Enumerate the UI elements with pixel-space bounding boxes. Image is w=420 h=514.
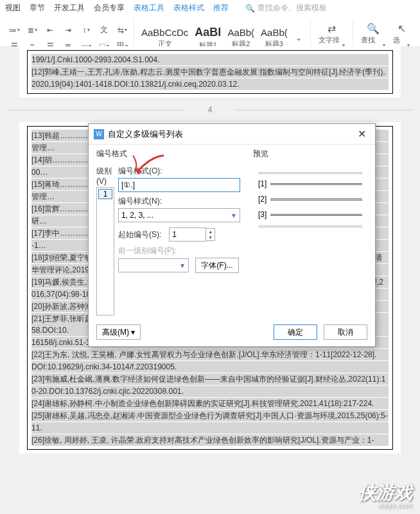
tab-btn[interactable]: ⇆▾	[114, 23, 130, 37]
tab-recommend[interactable]: 推荐	[213, 3, 229, 13]
section-preview-label: 预览	[253, 148, 367, 159]
ref-line[interactable]: 2020,19(04):1401-1418.DOI:10.13821/j.cnk…	[31, 78, 389, 90]
start-number-input[interactable]	[169, 227, 206, 242]
linespace-btn[interactable]: ↕▾	[78, 23, 94, 37]
tab-vip[interactable]: 会员专享	[94, 3, 125, 13]
preview-pane: [1] [2] [3]	[253, 162, 367, 258]
tab-dev[interactable]: 开发工具	[54, 3, 85, 13]
page-top: 199/1/].Cnki.1000-2993.2004.S1.004. [12]…	[19, 46, 401, 98]
start-label: 起始编号(S):	[118, 229, 161, 240]
indent-inc-btn[interactable]: ⇥	[60, 23, 76, 37]
ok-button[interactable]: 确定	[274, 324, 317, 340]
ref-line[interactable]: 11.	[31, 422, 389, 434]
cjk-btn[interactable]: 文	[96, 23, 112, 37]
tab-view[interactable]: 视图	[5, 3, 21, 13]
cursor-icon: ↖	[393, 21, 410, 35]
page-number: 4	[0, 102, 420, 118]
level-list[interactable]: 1	[96, 187, 114, 315]
ref-line[interactable]: 0-20.DOI:10.13762/j.cnki.cjlc.20220308.0…	[31, 386, 389, 397]
app-icon: W	[94, 129, 104, 139]
layout-icon: ⇄	[323, 21, 340, 35]
prev-level-combo: ▼	[118, 258, 189, 272]
menu-tabs: 视图 章节 开发工具 会员专享 表格工具 表格样式 推荐 🔍 查找命令、搜索模板	[0, 0, 420, 16]
chevron-down-icon: ▼	[231, 212, 237, 219]
start-number-spinner[interactable]: ▲▼	[169, 227, 215, 242]
dialog-title-text: 自定义多级编号列表	[108, 128, 183, 140]
tab-table-tools[interactable]: 表格工具	[134, 3, 164, 13]
numstyle-label: 编号样式(N):	[118, 196, 240, 207]
ref-line[interactable]: DOI:10.19629/j.cnki.34-1014/f.220319005.	[31, 361, 389, 373]
ref-line[interactable]: [23]韦施威,杜金岷,潘爽.数字经济如何促进绿色创新——来自中国城市的经验证据…	[31, 373, 389, 385]
number-style-combo[interactable]: 1, 2, 3, ...▼	[118, 208, 240, 222]
bullet-list-btn[interactable]: ≔▾	[6, 23, 22, 37]
prev-level-label: 前一级别编号(P):	[118, 245, 240, 256]
number-format-input[interactable]	[118, 178, 240, 192]
numfmt-label: 编号格式(O):	[118, 166, 240, 177]
multilevel-list-dialog: W 自定义多级编号列表 ✕ 编号格式 级别(V) 1 编号格式(O): 编号样式…	[88, 123, 376, 347]
dialog-titlebar: W 自定义多级编号列表 ✕	[89, 124, 375, 145]
ref-line[interactable]: [12]郭峰,王靖一,王芳,孔涛,张勋,程志云.测度中国数字普惠金融发展:指数编…	[31, 66, 389, 78]
ref-line[interactable]: 199/1/].Cnki.1000-2993.2004.S1.004.	[31, 54, 389, 66]
spinner-buttons[interactable]: ▲▼	[206, 228, 215, 241]
close-button[interactable]: ✕	[354, 128, 370, 140]
ref-line[interactable]: [24]谢雄标,孙静柯.中小制造企业绿色创新障碍因素的实证研究[J].科技管理研…	[31, 398, 389, 409]
level-item-1[interactable]: 1	[98, 189, 112, 199]
style-more-btn[interactable]: ⌄	[291, 31, 306, 45]
ref-line[interactable]: [26]徐敏, 周婷婷, 王凌, 许晶荣.政府支持对高技术产业绿色创新效率的影响…	[31, 434, 389, 446]
cancel-button[interactable]: 取消	[324, 324, 367, 340]
number-list-btn[interactable]: ≣▾	[24, 23, 40, 37]
tab-chapter[interactable]: 章节	[30, 3, 45, 13]
ref-line[interactable]: [22]王为东, 沈悦, 王笑楠, 卢娜.女性高管权力与企业绿色创新.[J/OL…	[31, 349, 389, 360]
search-box[interactable]: 🔍 查找命令、搜索模板	[245, 3, 327, 13]
reference-box-top[interactable]: 199/1/].Cnki.1000-2993.2004.S1.004. [12]…	[27, 50, 393, 94]
tab-table-style[interactable]: 表格样式	[173, 3, 204, 13]
ref-line[interactable]: [25]谢雄标,吴越,冯忠垒,赵湘涛.中国资源型企业绿色行为调查研究[J].中国…	[31, 410, 389, 421]
font-button[interactable]: 字体(F)...	[195, 258, 239, 273]
advanced-button[interactable]: 高级(M) ▾	[96, 324, 141, 340]
search-icon: 🔍	[245, 4, 255, 13]
section-format-label: 编号格式	[96, 148, 240, 159]
search-icon: 🔍	[365, 21, 381, 35]
indent-dec-btn[interactable]: ⇤	[42, 23, 58, 37]
level-label: 级别(V)	[96, 166, 114, 186]
